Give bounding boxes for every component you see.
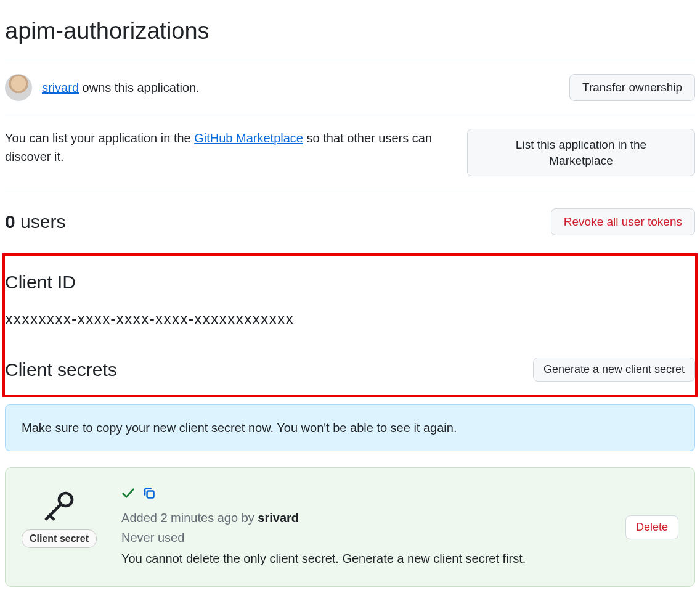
client-secrets-header: Client secrets Generate a new client sec… (5, 356, 695, 383)
owner-info: srivard owns this application. (5, 74, 200, 101)
marketplace-text-before: You can list your application in the (5, 131, 194, 145)
owner-owns-text: owns this application. (79, 81, 200, 94)
avatar[interactable] (5, 74, 32, 101)
client-secret-card: Client secret Added 2 minutes ago by sri… (5, 467, 695, 587)
generate-new-client-secret-button[interactable]: Generate a new client secret (533, 358, 695, 382)
copy-icon[interactable] (142, 486, 156, 505)
client-id-value: xxxxxxxx-xxxx-xxxx-xxxx-xxxxxxxxxxxx (5, 307, 695, 331)
marketplace-link[interactable]: GitHub Marketplace (194, 131, 303, 145)
secret-left-column: Client secret (22, 486, 97, 548)
secret-usage-line: Never used (121, 528, 601, 547)
revoke-all-tokens-button[interactable]: Revoke all user tokens (551, 208, 695, 235)
secret-right-column: Delete (625, 515, 678, 539)
key-icon (41, 491, 78, 521)
highlight-annotation: Client ID xxxxxxxx-xxxx-xxxx-xxxx-xxxxxx… (2, 253, 698, 397)
transfer-ownership-button[interactable]: Transfer ownership (569, 74, 695, 101)
marketplace-text: You can list your application in the Git… (5, 129, 455, 166)
client-secrets-heading: Client secrets (5, 356, 117, 383)
client-secret-badge: Client secret (22, 529, 97, 548)
secret-cannot-delete-line: You cannot delete the only client secret… (121, 549, 601, 568)
users-count: 0 users (5, 208, 65, 235)
client-id-heading: Client ID (5, 268, 695, 296)
check-icon (121, 486, 135, 505)
owner-row: srivard owns this application. Transfer … (5, 60, 695, 115)
secret-added-by-user: srivard (258, 511, 299, 525)
users-count-label: users (15, 211, 66, 232)
secret-added-line: Added 2 minutes ago by srivard (121, 509, 601, 527)
delete-secret-button[interactable]: Delete (625, 515, 678, 539)
secret-added-by-word: by (238, 511, 258, 525)
users-row: 0 users Revoke all user tokens (5, 190, 695, 253)
secret-added-time: 2 minutes ago (160, 511, 238, 525)
marketplace-row: You can list your application in the Git… (5, 115, 695, 190)
page-title: apim-authorizations (5, 14, 695, 49)
svg-rect-1 (147, 491, 154, 498)
secret-added-prefix: Added (121, 511, 160, 525)
list-in-marketplace-button[interactable]: List this application in the Marketplace (467, 129, 695, 176)
owner-text: srivard owns this application. (42, 78, 200, 97)
secret-body: Added 2 minutes ago by srivard Never use… (121, 486, 601, 568)
copy-secret-flash: Make sure to copy your new client secret… (5, 404, 695, 451)
secret-icons-row (121, 486, 601, 505)
users-count-number: 0 (5, 211, 15, 232)
owner-username-link[interactable]: srivard (42, 81, 79, 94)
